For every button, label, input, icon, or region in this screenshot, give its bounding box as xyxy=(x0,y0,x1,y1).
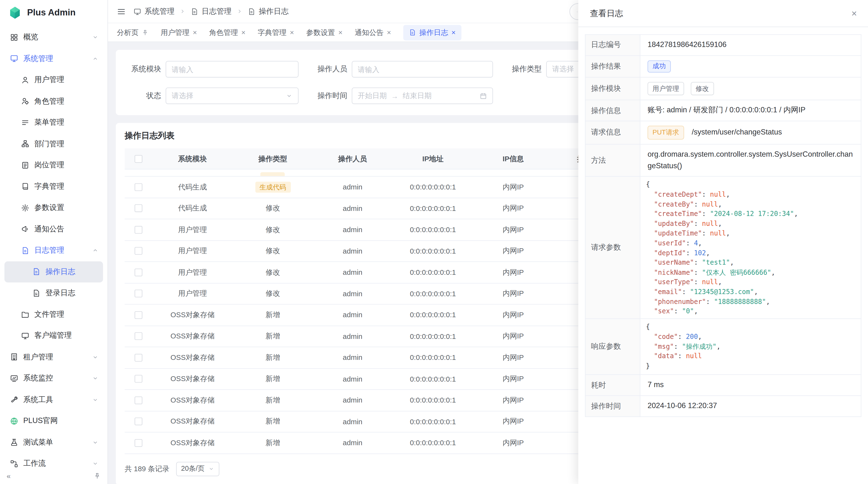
breadcrumb-item[interactable]: 日志管理 xyxy=(190,6,231,16)
sidebar-item-workflow[interactable]: 工作流 xyxy=(4,453,103,467)
breadcrumb-item[interactable]: 系统管理 xyxy=(133,6,175,16)
sidebar-item-settings[interactable]: 参数设置 xyxy=(4,197,103,218)
page-size-select[interactable]: 20条/页 xyxy=(176,461,219,476)
sidebar-item-post[interactable]: 岗位管理 xyxy=(4,155,103,176)
cell-module: OSS对象存储 xyxy=(152,310,233,320)
close-tab-icon[interactable]: × xyxy=(387,29,391,36)
cell-type: 修改 xyxy=(233,246,313,256)
cell-checkbox xyxy=(125,354,152,361)
chevdown-icon xyxy=(92,396,99,403)
sidebar-item-file[interactable]: 文件管理 xyxy=(4,304,103,325)
breadcrumb-label: 系统管理 xyxy=(145,6,175,16)
close-tab-icon[interactable]: × xyxy=(452,29,456,36)
code-line: { xyxy=(646,180,855,190)
date-range-picker[interactable]: 开始日期 → 结束日期 xyxy=(352,88,493,104)
log-table: 系统模块操作类型操作人员IP地址IP信息操作状态 代码生成生成代码admin0:… xyxy=(125,149,630,454)
pin-layout-icon[interactable] xyxy=(94,472,101,479)
tab-5[interactable]: 通知公告× xyxy=(355,28,391,37)
tab-1[interactable]: 用户管理× xyxy=(161,28,197,37)
cell-operator: admin xyxy=(313,417,392,426)
request-params-code[interactable]: { "createDept": null, "createBy": null, … xyxy=(641,177,861,319)
sidebar-item-dict[interactable]: 字典管理 xyxy=(4,176,103,197)
breadcrumb-item[interactable]: 操作日志 xyxy=(248,6,289,16)
close-tab-icon[interactable]: × xyxy=(241,29,245,36)
cell-checkbox xyxy=(125,439,152,447)
status-select[interactable]: 请选择 xyxy=(166,88,299,104)
close-icon[interactable]: × xyxy=(851,9,857,18)
column-header: IP地址 xyxy=(392,154,474,164)
app-logo-row[interactable]: Plus Admin xyxy=(0,0,107,26)
row-checkbox[interactable] xyxy=(134,311,142,319)
row-checkbox[interactable] xyxy=(134,439,142,447)
cell-type: 生成代码 xyxy=(233,181,313,193)
operator-input-field[interactable] xyxy=(358,65,487,73)
close-tab-icon[interactable]: × xyxy=(290,29,294,36)
cell-operator: admin xyxy=(313,268,392,277)
row-checkbox[interactable] xyxy=(134,375,142,383)
table-row: OSS对象存储新增admin0:0:0:0:0:0:0:1内网IP成功 xyxy=(125,347,630,368)
tab-label: 参数设置 xyxy=(306,28,335,37)
sidebar-item-client[interactable]: 客户端管理 xyxy=(4,325,103,346)
cell-ip: 0:0:0:0:0:0:0:1 xyxy=(392,247,474,255)
tab-0[interactable]: 分析页 xyxy=(117,28,149,37)
test-icon xyxy=(10,438,18,446)
row-checkbox[interactable] xyxy=(134,332,142,340)
table-row: OSS对象存储新增admin0:0:0:0:0:0:0:1内网IP成功 xyxy=(125,390,630,411)
collapse-sidebar-icon[interactable]: « xyxy=(7,472,11,480)
table-row: OSS对象存储新增admin0:0:0:0:0:0:0:1内网IP成功 xyxy=(125,326,630,347)
sidebar-item-test[interactable]: 测试菜单 xyxy=(4,432,103,453)
filter-operator-label: 操作人员 xyxy=(312,64,347,74)
module-input[interactable] xyxy=(166,61,299,77)
sidebar-item-oplog[interactable]: 操作日志 xyxy=(4,261,103,282)
chevdown-icon xyxy=(92,34,99,41)
row-checkbox[interactable] xyxy=(134,247,142,255)
close-tab-icon[interactable]: × xyxy=(338,29,342,36)
row-checkbox[interactable] xyxy=(134,268,142,276)
module-input-field[interactable] xyxy=(172,65,292,73)
tab-3[interactable]: 字典管理× xyxy=(258,28,294,37)
sidebar-item-globe[interactable]: PLUS官网 xyxy=(4,410,103,431)
code-line: "phonenumber": "18888888888", xyxy=(646,297,855,307)
row-checkbox[interactable] xyxy=(134,204,142,212)
hamburger-menu-icon[interactable] xyxy=(117,7,126,16)
sidebar-item-grid[interactable]: 概览 xyxy=(4,27,103,48)
pin-icon[interactable] xyxy=(142,29,149,36)
filter-time: 操作时间 开始日期 → 结束日期 xyxy=(312,88,493,104)
sidebar-item-user[interactable]: 用户管理 xyxy=(4,69,103,90)
sidebar-item-dept[interactable]: 部门管理 xyxy=(4,133,103,155)
sidebar-item-role[interactable]: 角色管理 xyxy=(4,91,103,112)
tab-2[interactable]: 角色管理× xyxy=(209,28,245,37)
sidebar-item-loginlog[interactable]: 登录日志 xyxy=(4,283,103,304)
operator-input[interactable] xyxy=(352,61,493,77)
row-checkbox[interactable] xyxy=(134,418,142,425)
code-line: "userType": null, xyxy=(646,278,855,287)
row-checkbox[interactable] xyxy=(134,290,142,297)
field-label: 请求参数 xyxy=(585,177,640,319)
row-checkbox[interactable] xyxy=(134,183,142,191)
sidebar-item-label: 操作日志 xyxy=(45,267,75,277)
sidebar-item-notice[interactable]: 通知公告 xyxy=(4,218,103,239)
globe-icon xyxy=(10,417,18,425)
sidebar-item-system[interactable]: 系统管理 xyxy=(4,48,103,69)
cell-ip-info: 内网IP xyxy=(473,331,553,341)
tab-active-6[interactable]: 操作日志× xyxy=(403,25,461,40)
table-header: 系统模块操作类型操作人员IP地址IP信息操作状态 xyxy=(125,149,630,169)
oplog-icon xyxy=(248,7,255,15)
cell-operator: admin xyxy=(313,439,392,447)
sidebar-item-tenant[interactable]: 租户管理 xyxy=(4,346,103,367)
row-checkbox[interactable] xyxy=(134,226,142,233)
select-all-checkbox[interactable] xyxy=(134,155,142,162)
tab-4[interactable]: 参数设置× xyxy=(306,28,343,37)
sidebar-item-menu[interactable]: 菜单管理 xyxy=(4,112,103,133)
sidebar-item-tools[interactable]: 系统工具 xyxy=(4,389,103,410)
sidebar-item-log[interactable]: 日志管理 xyxy=(4,240,103,261)
close-tab-icon[interactable]: × xyxy=(193,29,197,36)
request-url: /system/user/changeStatus xyxy=(692,128,782,136)
row-checkbox[interactable] xyxy=(134,354,142,361)
cell-operator: admin xyxy=(313,183,392,191)
cell-type: 新增 xyxy=(233,395,313,405)
chevup-icon xyxy=(92,55,99,62)
sidebar-item-monitor[interactable]: 系统监控 xyxy=(4,367,103,389)
app-root: Plus Admin 概览系统管理用户管理角色管理菜单管理部门管理岗位管理字典管… xyxy=(0,0,868,484)
row-checkbox[interactable] xyxy=(134,396,142,404)
